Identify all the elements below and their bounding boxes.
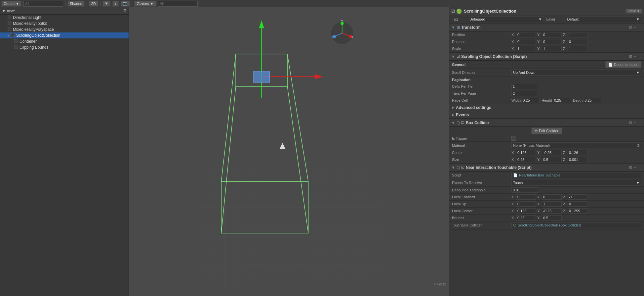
touchable-collider-field[interactable]: ⬡ ScrollingObjectCollection (Box Collide… xyxy=(511,222,641,228)
size-x-input[interactable] xyxy=(516,157,536,162)
rotation-y-field: Y xyxy=(537,39,562,44)
shading-button[interactable]: Shaded xyxy=(67,1,85,7)
sun-button[interactable]: ☀ xyxy=(102,1,110,7)
bounds-x-input[interactable] xyxy=(516,215,536,221)
static-badge[interactable]: Static ▼ xyxy=(625,9,642,14)
transform-menu-icon[interactable]: ⊡ xyxy=(629,25,632,29)
page-cell-depth-input[interactable] xyxy=(583,98,601,103)
near-touchable-collapse[interactable]: ▼ xyxy=(451,165,455,170)
scale-row: Scale X Y Z xyxy=(449,45,644,52)
2d-button[interactable]: 2D xyxy=(89,1,98,7)
hierarchy-item-clipping[interactable]: ⬛ Clipping Bounds xyxy=(0,44,129,50)
svg-text:Y: Y xyxy=(341,20,343,23)
page-cell-width-input[interactable] xyxy=(521,98,540,103)
position-y-input[interactable] xyxy=(542,32,562,37)
hierarchy-item-mrtp[interactable]: ⬛ MixedRealityPlayspace xyxy=(0,26,129,32)
hierarchy-item-mrtk[interactable]: ⬛ MixedRealityToolkit xyxy=(0,21,129,26)
lu-z-input[interactable] xyxy=(568,201,587,207)
debounce-input[interactable] xyxy=(511,187,538,193)
separator-4 xyxy=(132,1,132,6)
lc-z-input[interactable] xyxy=(568,208,587,214)
scrolling-collapse[interactable]: ▼ xyxy=(451,54,455,59)
box-collider-collapse[interactable]: ▼ xyxy=(451,121,455,125)
near-touchable-dots-icon[interactable]: ⋮ xyxy=(638,165,642,170)
is-trigger-checkbox[interactable] xyxy=(511,136,516,141)
near-touchable-menu-icon[interactable]: ⊡ xyxy=(629,165,632,170)
size-y-input[interactable] xyxy=(542,157,562,162)
rotation-z-input[interactable] xyxy=(568,39,587,44)
script-checkbox[interactable]: ☑ xyxy=(457,54,460,59)
lu-x-field: X xyxy=(511,201,536,207)
scene-search-input[interactable] xyxy=(158,1,198,7)
create-button[interactable]: Create ▼ xyxy=(1,1,21,7)
documentation-button[interactable]: 📄 Documentation xyxy=(605,61,641,68)
advanced-settings-header[interactable]: ▶ Advanced settings xyxy=(449,104,644,111)
box-collider-icons: ⊡ ↔ ⋮ xyxy=(629,121,642,125)
camera-button[interactable]: 📷 xyxy=(121,1,130,7)
gizmos-button[interactable]: Gizmos ▼ xyxy=(134,1,156,7)
near-touchable-link-icon[interactable]: ↔ xyxy=(633,165,637,170)
position-z-input[interactable] xyxy=(568,32,587,37)
scene-content[interactable]: Y X Z < Persp xyxy=(129,7,449,289)
tiers-per-page-input[interactable] xyxy=(511,91,538,96)
scrolling-link-icon[interactable]: ↔ xyxy=(633,54,637,59)
rotation-x-input[interactable] xyxy=(516,39,536,44)
center-row: Center X Y Z xyxy=(449,149,644,156)
lc-y-input[interactable] xyxy=(542,208,562,214)
events-to-receive-dropdown[interactable]: Touch ▼ xyxy=(511,180,641,186)
hierarchy-menu-icon[interactable]: ☰ xyxy=(123,9,127,13)
lu-x-input[interactable] xyxy=(516,201,536,207)
box-collider-menu-icon[interactable]: ⊡ xyxy=(629,121,632,125)
page-cell-width-field: Width xyxy=(511,98,540,103)
near-touchable-checkbox[interactable]: ☑ xyxy=(461,165,464,170)
hierarchy-collapse-arrow[interactable]: ▼ xyxy=(2,9,6,13)
scale-y-input[interactable] xyxy=(542,46,562,51)
object-active-checkbox[interactable]: ☑ xyxy=(451,9,455,14)
near-touchable-header: ▼ ⬡ ☑ Near Interaction Touchable (Script… xyxy=(449,164,644,172)
scale-label: Scale xyxy=(452,47,511,51)
touchable-collider-row: Touchable Collider ⬡ ScrollingObjectColl… xyxy=(449,222,644,229)
layer-dropdown[interactable]: Default ▼ xyxy=(566,16,642,22)
audio-button[interactable]: ♪ xyxy=(112,1,119,7)
hierarchy-item-soc[interactable]: ▼ ⬛ ScrollingObjectCollection xyxy=(0,32,129,38)
create-label: Create xyxy=(4,2,15,6)
center-y-input[interactable] xyxy=(542,150,562,155)
scrolling-menu-icon[interactable]: ⊡ xyxy=(629,54,632,59)
hierarchy-item-container[interactable]: ⬛ Container xyxy=(0,38,129,44)
scrolling-dots-icon[interactable]: ⋮ xyxy=(638,54,642,59)
edit-collider-button[interactable]: ✏ Edit Collider xyxy=(531,127,562,134)
material-field[interactable]: None (Physic Material) ⊙ xyxy=(511,142,641,148)
scroll-direction-dropdown[interactable]: Up And Down ▼ xyxy=(511,70,641,75)
position-z-field: Z xyxy=(563,32,587,37)
center-z-input[interactable] xyxy=(568,150,587,155)
center-x-input[interactable] xyxy=(516,150,536,155)
transform-collapse[interactable]: ▼ xyxy=(451,25,455,30)
lf-z-input[interactable] xyxy=(568,194,587,200)
lf-y-input[interactable] xyxy=(542,194,562,200)
item-label: MixedRealityToolkit xyxy=(13,21,47,26)
events-header[interactable]: ▶ Events xyxy=(449,111,644,119)
hierarchy-search-input[interactable] xyxy=(23,1,63,7)
position-x-input[interactable] xyxy=(516,32,536,37)
lc-x-input[interactable] xyxy=(516,208,536,214)
hierarchy-item-directional-light[interactable]: ⬛ Directional Light xyxy=(0,15,129,21)
box-collider-dots-icon[interactable]: ⋮ xyxy=(638,121,642,125)
script-ref[interactable]: 📄 NearInteractionTouchable xyxy=(511,172,641,178)
lf-x-input[interactable] xyxy=(516,194,536,200)
bounds-y-input[interactable] xyxy=(542,215,562,221)
box-collider-link-icon[interactable]: ↔ xyxy=(633,121,637,125)
rotation-y-input[interactable] xyxy=(542,39,562,44)
bounds-x-field: X xyxy=(511,215,536,221)
transform-dots-icon[interactable]: ⋮ xyxy=(638,25,642,29)
lu-y-input[interactable] xyxy=(542,201,562,207)
transform-link-icon[interactable]: ↔ xyxy=(633,25,637,29)
tag-dropdown[interactable]: Untagged ▼ xyxy=(468,16,544,22)
cells-per-tier-input[interactable] xyxy=(511,84,538,89)
scale-x-field: X xyxy=(511,46,536,51)
page-cell-height-input[interactable] xyxy=(553,98,571,103)
scrolling-icons: ⊡ ↔ ⋮ xyxy=(629,54,642,59)
size-z-input[interactable] xyxy=(568,157,587,162)
box-collider-checkbox[interactable]: ☑ xyxy=(461,121,464,125)
scale-x-input[interactable] xyxy=(516,46,536,51)
scale-z-input[interactable] xyxy=(568,46,587,51)
